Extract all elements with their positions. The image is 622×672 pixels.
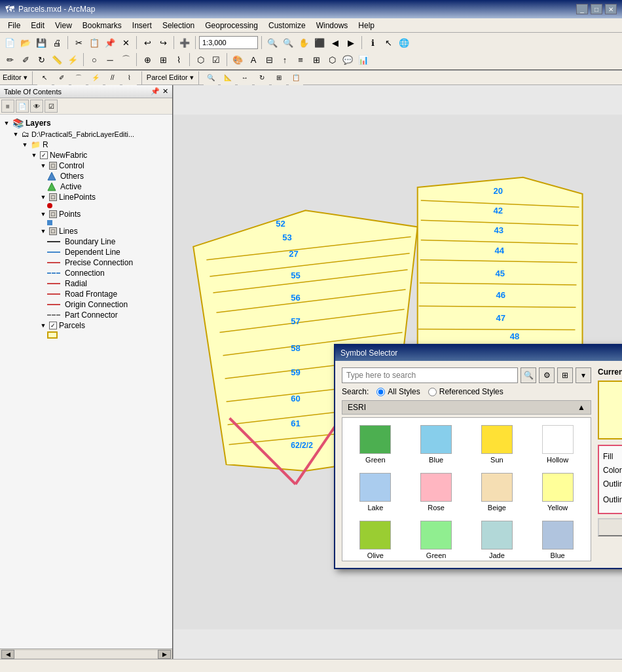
- points-expander[interactable]: ▼: [39, 210, 47, 218]
- lines-checkbox[interactable]: □: [49, 227, 57, 235]
- split-btn[interactable]: ⚡: [88, 71, 103, 85]
- menu-selection[interactable]: Selection: [157, 20, 200, 31]
- new-button[interactable]: 📄: [3, 35, 17, 50]
- label-tool[interactable]: A: [246, 52, 261, 67]
- symbol-olive[interactable]: Olive: [346, 517, 405, 561]
- menu-edit[interactable]: Edit: [26, 20, 50, 31]
- scroll-left-btn[interactable]: ◀: [1, 650, 14, 659]
- style-scroll-up[interactable]: ▲: [577, 403, 585, 412]
- symbol-rose[interactable]: Rose: [407, 470, 466, 515]
- north-arrow[interactable]: ↑: [278, 52, 292, 67]
- attribute-table[interactable]: 📊: [356, 52, 371, 67]
- referenced-styles-radio[interactable]: Referenced Styles: [428, 387, 503, 396]
- next-extent-button[interactable]: ▶: [344, 35, 358, 50]
- minimize-button[interactable]: _: [576, 4, 588, 14]
- toc-list-by-visibility[interactable]: 👁: [30, 100, 43, 113]
- symbol-lake[interactable]: Lake: [346, 470, 405, 515]
- dependent-line-item[interactable]: Dependent Line: [3, 247, 170, 257]
- toc-dock-icon[interactable]: 📌: [151, 87, 160, 96]
- prev-extent-button[interactable]: ◀: [328, 35, 342, 50]
- scale-bar[interactable]: ⊟: [262, 52, 276, 67]
- grid-view-arrow[interactable]: ▾: [576, 367, 591, 383]
- parcel-check[interactable]: ☑: [209, 52, 223, 67]
- dataframe-expander[interactable]: ▼: [12, 130, 20, 138]
- line-edit[interactable]: ─: [103, 52, 117, 67]
- rotate-tool[interactable]: ↻: [34, 52, 48, 67]
- symbol-jade[interactable]: Jade: [468, 517, 526, 561]
- undo-button[interactable]: ↩: [140, 35, 155, 50]
- menu-geoprocessing[interactable]: Geoprocessing: [200, 20, 263, 31]
- measure-tool[interactable]: 📏: [50, 52, 64, 67]
- print-button[interactable]: 🖨: [50, 35, 64, 50]
- R-item[interactable]: ▼ 📁 R: [3, 140, 170, 150]
- control-checkbox[interactable]: □: [49, 162, 57, 170]
- menu-view[interactable]: View: [50, 20, 77, 31]
- lines-expander[interactable]: ▼: [39, 227, 47, 235]
- close-button[interactable]: ✕: [605, 4, 617, 14]
- newfabric-checkbox[interactable]: [40, 151, 48, 159]
- menu-customize[interactable]: Customize: [263, 20, 311, 31]
- menu-help[interactable]: Help: [353, 20, 380, 31]
- cut-button[interactable]: ✂: [71, 35, 86, 50]
- node-edit[interactable]: ○: [87, 52, 101, 67]
- symbol-sun[interactable]: Sun: [468, 422, 526, 467]
- symbol-beige[interactable]: Beige: [468, 470, 526, 515]
- symbol-hollow[interactable]: Hollow: [528, 422, 587, 467]
- redo-button[interactable]: ↪: [156, 35, 170, 50]
- road-frontage-item[interactable]: Road Frontage: [3, 289, 170, 299]
- save-button[interactable]: 💾: [34, 35, 48, 50]
- menu-windows[interactable]: Windows: [311, 20, 354, 31]
- parcels-item[interactable]: ▼ Parcels: [3, 320, 170, 331]
- active-item[interactable]: Active: [3, 181, 170, 192]
- arcgis-online-button[interactable]: 🌐: [397, 35, 411, 50]
- parcels-checkbox[interactable]: [49, 322, 57, 329]
- zoom-full[interactable]: ⬡: [325, 52, 339, 67]
- map-tips[interactable]: 💬: [340, 52, 355, 67]
- parcel-merge-btn[interactable]: ⊞: [272, 71, 286, 85]
- all-styles-radio[interactable]: All Styles: [376, 387, 420, 396]
- zoom-input[interactable]: [199, 36, 258, 49]
- scroll-right-btn[interactable]: ▶: [158, 650, 171, 659]
- parcels-expander[interactable]: ▼: [39, 322, 47, 329]
- legend-tool[interactable]: ≡: [293, 52, 308, 67]
- toc-list-by-selection[interactable]: ☑: [45, 100, 58, 113]
- add-data-button[interactable]: ➕: [177, 35, 192, 50]
- maximize-button[interactable]: □: [591, 4, 602, 14]
- linepoints-item[interactable]: ▼ □ LinePoints: [3, 192, 170, 202]
- edit-tool[interactable]: ↖: [37, 71, 52, 85]
- toc-close-icon[interactable]: ✕: [162, 87, 168, 96]
- paste-button[interactable]: 📌: [103, 35, 117, 50]
- copy-button[interactable]: 📋: [87, 35, 101, 50]
- reshape-btn[interactable]: ⌒: [71, 71, 86, 85]
- grid-tool[interactable]: ⊞: [309, 52, 323, 67]
- delete-button[interactable]: ✕: [119, 35, 133, 50]
- select-button[interactable]: ↖: [381, 35, 395, 50]
- menu-file[interactable]: File: [3, 20, 26, 31]
- sketch-tool[interactable]: ✏: [3, 52, 17, 67]
- linepoints-checkbox[interactable]: □: [49, 193, 57, 201]
- parcel-build[interactable]: ⬡: [193, 52, 208, 67]
- zoom-in-button[interactable]: 🔍: [265, 35, 280, 50]
- symbol-search-input[interactable]: [342, 367, 518, 383]
- layers-expander[interactable]: ▼: [3, 119, 10, 127]
- layers-root[interactable]: ▼ 📚 Layers: [3, 117, 170, 129]
- symbol-blue2[interactable]: Blue: [528, 517, 587, 561]
- control-expander[interactable]: ▼: [39, 162, 47, 170]
- parcel-rotate-btn[interactable]: ↻: [255, 71, 269, 85]
- symbol-green[interactable]: Green: [346, 422, 405, 467]
- split-tool[interactable]: ⚡: [65, 52, 80, 67]
- origin-connection-item[interactable]: Origin Connection: [3, 299, 170, 310]
- others-item[interactable]: Others: [3, 171, 170, 181]
- parcel-move-btn[interactable]: ↔: [238, 71, 252, 85]
- part-connector-item[interactable]: Part Connector: [3, 310, 170, 320]
- edit-vertices-btn[interactable]: ✐: [54, 71, 69, 85]
- identify-button[interactable]: ℹ: [365, 35, 380, 50]
- points-item[interactable]: ▼ □ Points: [3, 209, 170, 219]
- toc-list-by-drawing-order[interactable]: ≡: [1, 100, 14, 113]
- dataframe-item[interactable]: ▼ 🗂 D:\Practical5_FabricLayerEditi...: [3, 129, 170, 140]
- points-checkbox[interactable]: □: [49, 210, 57, 218]
- search-options-button[interactable]: ⚙: [539, 367, 555, 383]
- construct-lines[interactable]: ⊞: [156, 52, 170, 67]
- symbol-yellow[interactable]: Yellow: [528, 470, 587, 515]
- boundary-line-item[interactable]: Boundary Line: [3, 236, 170, 247]
